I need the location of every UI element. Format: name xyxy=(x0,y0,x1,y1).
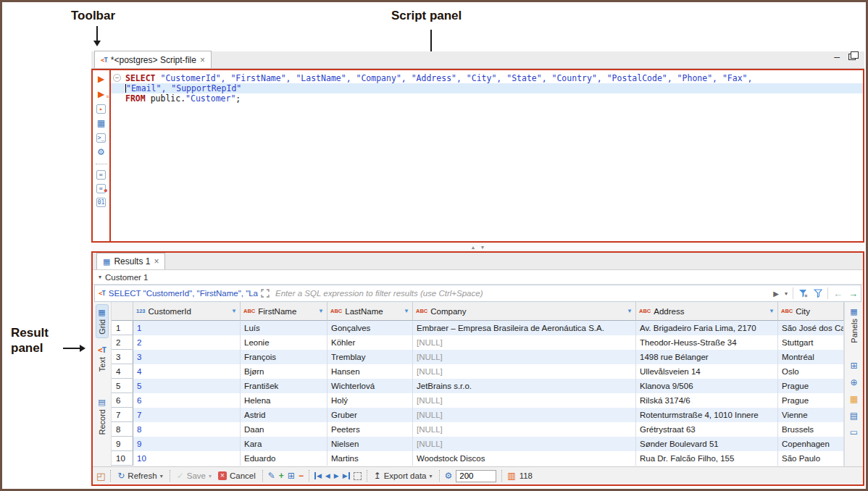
table-cell[interactable]: Prague xyxy=(778,379,844,393)
apply-filter-icon[interactable]: ▶ xyxy=(770,290,782,298)
table-cell[interactable]: 2 xyxy=(133,335,241,350)
add-row-icon[interactable]: + xyxy=(279,471,284,481)
table-cell[interactable]: [NULL] xyxy=(413,437,636,451)
grid-corner-cell[interactable] xyxy=(112,302,133,321)
column-header-firstname[interactable]: ABCFirstName▼ xyxy=(241,302,327,321)
table-cell[interactable]: Köhler xyxy=(327,335,413,350)
table-cell[interactable]: São José dos Campos xyxy=(778,321,844,335)
metadata-panel-icon[interactable]: ▤ xyxy=(850,411,858,421)
row-number[interactable]: 7 xyxy=(112,408,133,422)
results-tab[interactable]: ▦ Results 1 × xyxy=(96,253,165,269)
execute-statement-icon[interactable]: ▶ xyxy=(96,74,107,85)
save-button[interactable]: ✓ Save ▾ xyxy=(175,471,213,481)
column-header-company[interactable]: ABCCompany▼ xyxy=(413,302,636,321)
table-cell[interactable]: [NULL] xyxy=(413,408,636,422)
filter-history-forward-icon[interactable]: → xyxy=(846,288,861,299)
grouping-panel-icon[interactable]: ⊞ xyxy=(850,361,857,371)
table-cell[interactable]: Brussels xyxy=(778,422,844,437)
calc-panel-icon[interactable]: ▦ xyxy=(850,394,858,404)
cancel-button[interactable]: × Cancel xyxy=(217,471,257,480)
binary-data-icon[interactable]: 01 xyxy=(96,198,106,207)
table-cell[interactable]: Embraer – Empresa Brasileira de Aeronáut… xyxy=(413,321,636,335)
row-number[interactable]: 3 xyxy=(112,350,133,364)
table-cell[interactable]: 10 xyxy=(133,451,241,466)
row-number[interactable]: 2 xyxy=(112,335,133,350)
table-cell[interactable]: Nielsen xyxy=(327,437,413,451)
table-cell[interactable]: Theodor-Heuss-Straße 34 xyxy=(636,335,778,350)
table-cell[interactable]: Klanova 9/506 xyxy=(636,379,778,393)
table-cell[interactable]: François xyxy=(241,350,327,364)
row-number[interactable]: 9 xyxy=(112,437,133,451)
table-cell[interactable]: Grétrystraat 63 xyxy=(636,422,778,437)
table-cell[interactable]: Woodstock Discos xyxy=(413,451,636,466)
execute-new-tab-icon[interactable]: ▸ xyxy=(96,104,106,114)
close-icon[interactable]: × xyxy=(154,256,159,267)
filter-input[interactable]: Enter a SQL expression to filter results… xyxy=(270,289,770,298)
table-cell[interactable]: Rotenturmstraße 4, 1010 Innere xyxy=(636,408,778,422)
table-cell[interactable]: 4 xyxy=(133,364,241,379)
table-cell[interactable]: Kara xyxy=(241,437,327,451)
settings-gear-icon[interactable]: ⚙ xyxy=(445,471,453,481)
column-filter-icon[interactable]: ▼ xyxy=(627,308,633,314)
table-cell[interactable]: Leonie xyxy=(241,335,327,350)
presentation-toggle-icon[interactable]: ◰ xyxy=(96,471,105,482)
table-cell[interactable]: [NULL] xyxy=(413,422,636,437)
sql-line[interactable]: "Email", "SupportRepId" xyxy=(111,83,863,93)
row-number[interactable]: 6 xyxy=(112,393,133,408)
table-cell[interactable]: 1 xyxy=(133,321,241,335)
delete-row-icon[interactable]: − xyxy=(299,471,304,481)
settings-gear-icon[interactable]: ⚙ xyxy=(96,147,107,158)
collapse-down-icon[interactable]: ▼ xyxy=(480,245,485,250)
table-cell[interactable]: Copenhagen xyxy=(778,437,844,451)
table-cell[interactable]: São Paulo xyxy=(778,451,844,466)
export-data-button[interactable]: ↥ Export data ▾ xyxy=(372,471,434,481)
row-number[interactable]: 10 xyxy=(112,451,133,466)
table-cell[interactable]: [NULL] xyxy=(413,350,636,364)
references-panel-icon[interactable]: ▭ xyxy=(850,427,858,437)
table-cell[interactable]: [NULL] xyxy=(413,335,636,350)
filter-history-back-icon[interactable]: ← xyxy=(830,288,846,299)
table-cell[interactable]: Rilská 3174/6 xyxy=(636,393,778,408)
sql-line[interactable]: −SELECT "CustomerId", "FirstName", "Last… xyxy=(111,73,863,83)
table-cell[interactable]: Prague xyxy=(778,393,844,408)
last-row-icon[interactable]: ▶ xyxy=(343,472,350,479)
tab-grid[interactable]: ▦ Grid xyxy=(96,304,109,338)
tab-panels[interactable]: ▦ Panels xyxy=(848,304,860,346)
table-cell[interactable]: JetBrains s.r.o. xyxy=(413,379,636,393)
erase-filter-icon[interactable] xyxy=(796,289,811,298)
row-number[interactable]: 8 xyxy=(112,422,133,437)
refresh-button[interactable]: ↻ Refresh ▾ xyxy=(116,471,164,481)
table-cell[interactable]: Av. Brigadeiro Faria Lima, 2170 xyxy=(636,321,778,335)
first-row-icon[interactable]: ◀ xyxy=(314,472,322,479)
edit-cell-icon[interactable]: ✎ xyxy=(268,471,275,481)
table-cell[interactable]: Rua Dr. Falcão Filho, 155 xyxy=(636,451,778,466)
table-cell[interactable]: Gruber xyxy=(327,408,413,422)
duplicate-row-icon[interactable]: ⊞ xyxy=(288,471,295,481)
table-cell[interactable]: Sønder Boulevard 51 xyxy=(636,437,778,451)
table-cell[interactable]: Wichterlová xyxy=(327,379,413,393)
table-cell[interactable]: František xyxy=(241,379,327,393)
sql-editor[interactable]: −SELECT "CustomerId", "FirstName", "Last… xyxy=(111,69,864,243)
sql-console-icon[interactable]: >_ xyxy=(96,133,106,143)
filter-dropdown-icon[interactable]: ▾ xyxy=(782,290,790,297)
script-file-tab[interactable]: <T *<postgres> Script-file × xyxy=(94,51,212,68)
table-cell[interactable]: Peeters xyxy=(327,422,413,437)
breadcrumb[interactable]: ▾ Customer 1 xyxy=(93,270,863,285)
column-filter-icon[interactable]: ▼ xyxy=(231,308,237,314)
tab-record[interactable]: ▤ Record xyxy=(96,395,108,437)
table-cell[interactable]: Daan xyxy=(241,422,327,437)
table-cell[interactable]: 3 xyxy=(133,350,241,364)
table-cell[interactable]: 7 xyxy=(133,408,241,422)
tab-text[interactable]: <T Text xyxy=(96,343,108,374)
previous-row-icon[interactable]: ◀ xyxy=(325,472,330,479)
column-header-address[interactable]: ABCAddress▼ xyxy=(636,302,778,321)
minimize-icon[interactable]: – xyxy=(834,53,840,60)
table-cell[interactable]: [NULL] xyxy=(413,364,636,379)
column-header-city[interactable]: ABCCity xyxy=(778,302,844,321)
row-number[interactable]: 4 xyxy=(112,364,133,379)
execute-script-icon[interactable]: ▶≡ xyxy=(96,89,107,100)
table-cell[interactable]: [NULL] xyxy=(413,393,636,408)
table-cell[interactable]: Vienne xyxy=(778,408,844,422)
table-cell[interactable]: 5 xyxy=(133,379,241,393)
table-cell[interactable]: Stuttgart xyxy=(778,335,844,350)
